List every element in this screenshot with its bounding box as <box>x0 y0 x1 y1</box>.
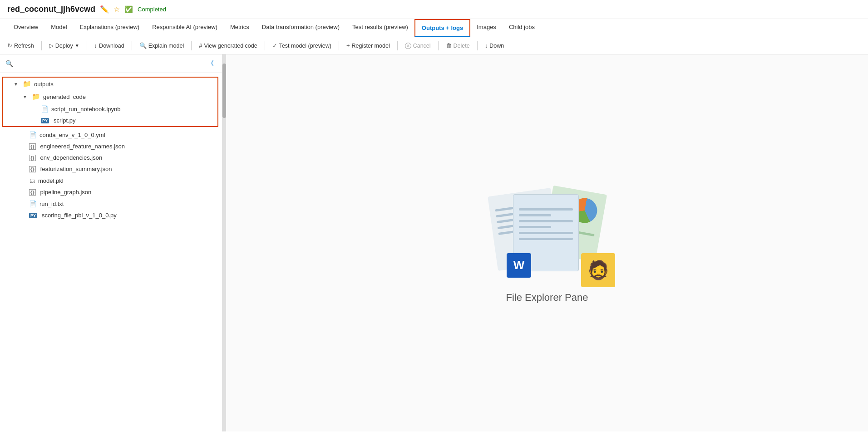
deploy-chevron-icon: ▼ <box>75 43 79 48</box>
doc-line <box>519 208 573 211</box>
nav-tabs: Overview Model Explanations (preview) Re… <box>0 19 868 37</box>
tree-item-label: outputs <box>34 81 54 88</box>
file-tree-scrollbar[interactable] <box>222 54 226 431</box>
tree-item-label: conda_env_v_1_0_0.yml <box>39 132 105 138</box>
collapse-panel-button[interactable]: 《 <box>205 58 217 69</box>
tree-item-conda-yml[interactable]: ▶ 📄 conda_env_v_1_0_0.yml <box>0 129 222 141</box>
toolbar-divider-5 <box>265 41 265 50</box>
tab-images[interactable]: Images <box>470 19 503 37</box>
status-badge: Completed <box>138 6 166 13</box>
checkmark-icon: ✓ <box>272 42 277 49</box>
tab-child-jobs[interactable]: Child jobs <box>503 19 541 37</box>
toolbar: ↻ Refresh ▷ Deploy ▼ ↓ Download 🔍 Explai… <box>0 37 868 54</box>
tree-item-model-pkl[interactable]: ▶ 🗂 model.pkl <box>0 175 222 186</box>
explain-model-icon: 🔍 <box>139 42 147 49</box>
cancel-icon: ✕ <box>405 43 411 49</box>
toolbar-divider-9 <box>477 41 478 50</box>
main-paper: W <box>513 194 579 271</box>
main-content: 🔍 《 ▼ 📁 outputs ▼ 📁 generated_code <box>0 54 868 431</box>
scrollbar-thumb[interactable] <box>222 64 226 118</box>
toolbar-divider-8 <box>438 41 439 50</box>
file-explorer-graphic: W 🧔 <box>488 183 606 283</box>
tab-overview[interactable]: Overview <box>7 19 44 37</box>
delete-button[interactable]: 🗑 Delete <box>442 40 473 51</box>
page-header: red_coconut_jjh6vcwd ✏️ ☆ ✅ Completed <box>0 0 868 19</box>
binary-icon: 🗂 <box>29 177 35 184</box>
python-icon-2: PY <box>29 213 37 218</box>
doc-lines-main <box>519 208 573 244</box>
tree-item-scoring-py[interactable]: ▶ PY scoring_file_pbi_v_1_0_0.py <box>0 210 222 221</box>
view-generated-code-button[interactable]: # View generated code <box>195 40 261 51</box>
person-icon: 🧔 <box>587 260 610 281</box>
search-icon: 🔍 <box>5 60 13 67</box>
tree-item-engineered-json[interactable]: ▶ {} engineered_feature_names.json <box>0 141 222 152</box>
tree-item-label: model.pkl <box>38 177 64 184</box>
file-tree: ▼ 📁 outputs ▼ 📁 generated_code ▶ 📄 scrip… <box>0 73 222 431</box>
download-button[interactable]: ↓ Download <box>91 40 128 51</box>
chevron-down-icon: ▼ <box>14 82 20 87</box>
json-icon-3: {} <box>29 166 36 172</box>
download-icon: ↓ <box>94 42 98 49</box>
download2-icon: ↓ <box>485 42 488 49</box>
deploy-button[interactable]: ▷ Deploy ▼ <box>45 40 83 51</box>
tab-data-transformation[interactable]: Data transformation (preview) <box>256 19 346 37</box>
txt-icon: 📄 <box>29 200 37 207</box>
tree-item-script-py[interactable]: ▶ PY script.py <box>3 115 217 126</box>
page-title: red_coconut_jjh6vcwd <box>7 5 95 14</box>
tree-item-label: env_dependencies.json <box>40 154 103 161</box>
folder-icon-outputs: 📁 <box>23 80 31 88</box>
tree-item-featurization-json[interactable]: ▶ {} featurization_summary.json <box>0 163 222 175</box>
doc-line <box>519 232 573 234</box>
word-badge: W <box>507 253 531 278</box>
tree-item-pipeline-json[interactable]: ▶ {} pipeline_graph.json <box>0 186 222 198</box>
folder-icon-generated-code: 📁 <box>32 93 40 101</box>
toolbar-divider-2 <box>87 41 87 50</box>
tab-explanations[interactable]: Explanations (preview) <box>74 19 146 37</box>
toolbar-divider-3 <box>132 41 132 50</box>
explain-model-button[interactable]: 🔍 Explain model <box>136 40 188 51</box>
test-model-button[interactable]: ✓ Test model (preview) <box>269 40 335 51</box>
tree-item-generated-code[interactable]: ▼ 📁 generated_code <box>3 90 217 103</box>
download2-button[interactable]: ↓ Down <box>481 40 508 51</box>
tab-outputs-logs[interactable]: Outputs + logs <box>414 19 470 37</box>
notebook-icon: 📄 <box>41 105 49 113</box>
tree-item-notebook[interactable]: ▶ 📄 script_run_notebook.ipynb <box>3 103 217 115</box>
json-icon: {} <box>29 143 36 150</box>
refresh-icon: ↻ <box>7 42 12 49</box>
doc-line <box>519 214 551 216</box>
doc-line <box>519 220 573 222</box>
tree-item-label: script_run_notebook.ipynb <box>51 106 121 113</box>
edit-icon[interactable]: ✏️ <box>100 5 109 14</box>
python-icon: PY <box>41 118 49 123</box>
tree-item-label: generated_code <box>43 93 86 100</box>
toolbar-divider-7 <box>397 41 398 50</box>
tree-item-env-json[interactable]: ▶ {} env_dependencies.json <box>0 152 222 163</box>
tree-item-run-id-txt[interactable]: ▶ 📄 run_id.txt <box>0 198 222 210</box>
file-panel: 🔍 《 ▼ 📁 outputs ▼ 📁 generated_code <box>0 54 222 431</box>
file-search-bar: 🔍 《 <box>0 54 222 73</box>
tree-item-label: engineered_feature_names.json <box>40 143 125 150</box>
delete-icon: 🗑 <box>446 42 452 49</box>
preview-panel: W 🧔 File Explorer Pane <box>226 54 868 431</box>
tab-responsible-ai[interactable]: Responsible AI (preview) <box>146 19 224 37</box>
star-icon[interactable]: ☆ <box>113 5 120 14</box>
refresh-button[interactable]: ↻ Refresh <box>4 40 38 51</box>
plus-icon: + <box>346 42 350 49</box>
toolbar-divider-4 <box>191 41 192 50</box>
preview-label: File Explorer Pane <box>506 292 588 304</box>
photo-badge: 🧔 <box>581 253 615 287</box>
json-icon-4: {} <box>29 189 36 196</box>
tab-metrics[interactable]: Metrics <box>224 19 256 37</box>
tree-item-outputs[interactable]: ▼ 📁 outputs <box>3 78 217 90</box>
tab-test-results[interactable]: Test results (preview) <box>346 19 414 37</box>
hash-icon: # <box>199 42 202 49</box>
json-icon-2: {} <box>29 155 36 161</box>
file-icon: 📄 <box>29 131 37 138</box>
status-check-icon: ✅ <box>124 5 133 14</box>
register-model-button[interactable]: + Register model <box>343 40 394 51</box>
cancel-button[interactable]: ✕ Cancel <box>401 40 434 51</box>
tree-item-label: run_id.txt <box>39 201 64 207</box>
tab-model[interactable]: Model <box>44 19 73 37</box>
deploy-icon: ▷ <box>49 42 54 49</box>
tree-item-label: featurization_summary.json <box>40 166 112 172</box>
